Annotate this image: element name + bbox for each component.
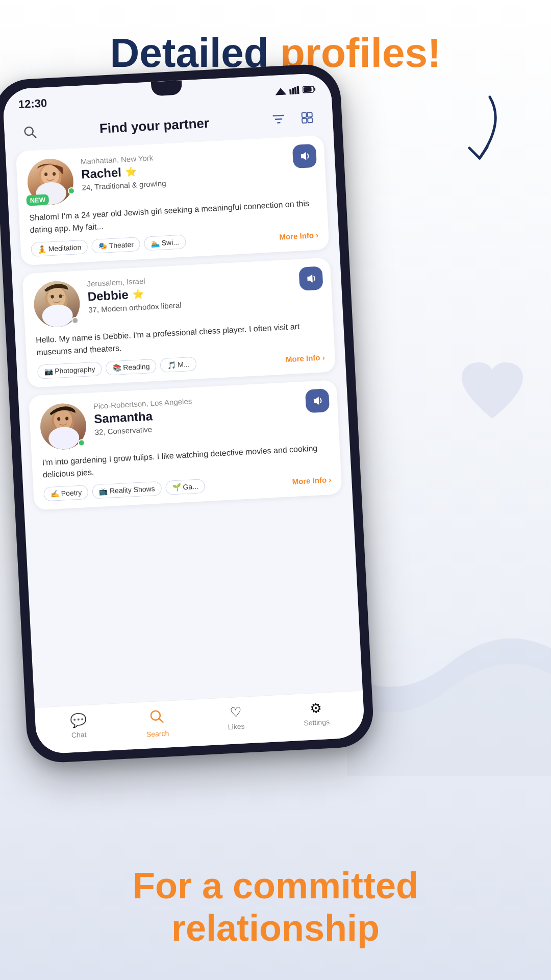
likes-icon: ♡ [229,704,242,721]
svg-line-32 [159,718,163,722]
samantha-more-info[interactable]: More Info › [292,475,331,486]
svg-rect-2 [292,88,294,94]
tag-reality-shows: 📺 Reality Shows [92,481,162,499]
tag-reading: 📚 Reading [106,359,157,376]
online-dot-rachel [68,187,76,195]
tag-swimming: 🏊 Swi... [144,234,186,251]
bottom-text: For a committed relationship [0,865,551,949]
profile-card-samantha: Pico-Robertson, Los Angeles Samantha 32,… [29,380,342,510]
heart-decoration [454,357,531,429]
online-dot-samantha [78,439,85,447]
chat-label: Chat [71,730,87,740]
cards-container: NEW Manhattan, New York Rachel ⭐ 24, Tra… [6,135,364,725]
chat-icon: 💬 [69,713,87,729]
rachel-more-info[interactable]: More Info › [279,230,318,241]
debbie-star: ⭐ [132,288,144,300]
nav-item-chat[interactable]: 💬 Chat [69,713,87,743]
phone-wrapper: 12:30 [10,71,378,776]
samantha-name: Samantha [94,409,153,426]
svg-rect-10 [302,113,306,117]
tag-poetry: ✍ Poetry [43,485,89,502]
debbie-name: Debbie [87,287,129,304]
app-title: Find your partner [99,115,210,136]
tag-photography: 📷 Photography [37,361,103,379]
tag-meditation: 🧘 Meditation [31,239,88,257]
status-time: 12:30 [18,96,47,111]
arrow-decoration [449,92,510,174]
svg-rect-7 [303,87,311,92]
svg-rect-4 [297,86,299,94]
profile-card-rachel: NEW Manhattan, New York Rachel ⭐ 24, Tra… [16,135,330,265]
nav-item-settings[interactable]: ⚙ Settings [303,700,330,730]
svg-rect-1 [289,89,292,94]
rachel-star: ⭐ [125,166,137,178]
search-icon-button[interactable] [18,120,42,144]
new-badge: NEW [26,194,49,206]
svg-marker-0 [275,88,287,95]
svg-rect-13 [308,118,312,122]
phone-screen: 12:30 [2,72,365,754]
tag-music: 🎵 M... [160,357,197,373]
tag-theater: 🎭 Theater [91,237,140,254]
search-label: Search [146,729,169,738]
profile-card-debbie: Jerusalem, Israel Debbie ⭐ 37, Modern or… [22,258,336,388]
samantha-age-status: 32, Conservative [94,425,152,436]
phone-frame: 12:30 [0,63,375,764]
likes-label: Likes [228,722,244,731]
tagline3: relationship [171,908,380,948]
wave-decoration [347,623,551,776]
tag-gardening: 🌱 Ga... [165,479,206,495]
svg-rect-3 [294,87,297,94]
online-dot-debbie [71,317,79,325]
tagline2: committed [233,865,418,906]
settings-icon: ⚙ [310,700,322,717]
view-toggle-button[interactable] [295,106,319,129]
filter-button[interactable] [267,107,290,131]
tagline1: For a [133,865,222,906]
rachel-sound-button[interactable] [292,144,317,168]
svg-rect-11 [307,112,312,117]
svg-point-25 [42,304,73,328]
samantha-sound-button[interactable] [305,388,330,413]
search-nav-icon [149,708,165,728]
svg-rect-6 [314,88,315,91]
svg-rect-12 [302,118,307,123]
debbie-sound-button[interactable] [298,266,323,290]
svg-line-9 [32,134,36,137]
rachel-name: Rachel [81,165,121,182]
status-icons [275,85,316,95]
nav-item-likes[interactable]: ♡ Likes [227,704,245,734]
nav-item-search[interactable]: Search [145,708,169,738]
svg-point-30 [48,426,80,450]
settings-label: Settings [304,718,330,727]
debbie-more-info[interactable]: More Info › [286,353,325,363]
